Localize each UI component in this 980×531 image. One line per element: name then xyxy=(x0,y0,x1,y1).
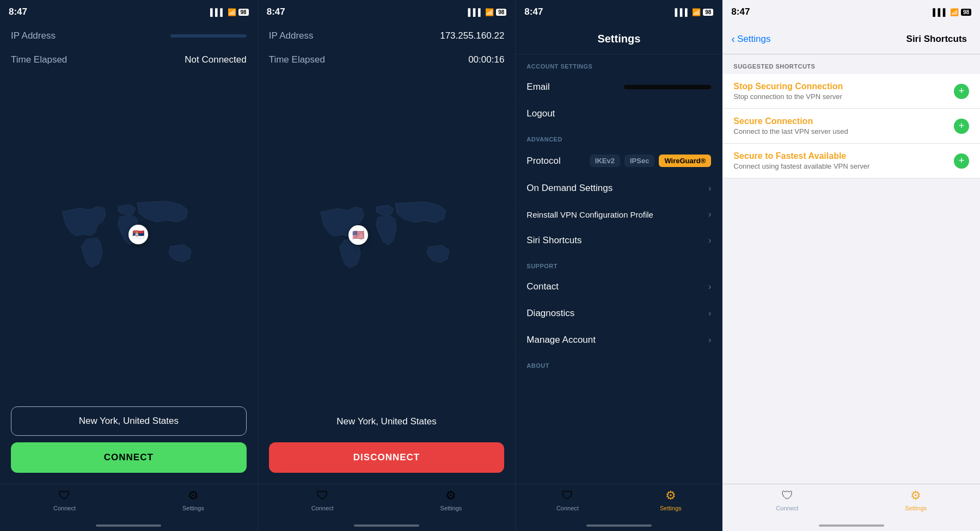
tab-settings-4[interactable]: ⚙ Settings xyxy=(905,489,927,511)
diagnostics-label: Diagnostics xyxy=(526,308,574,319)
map-svg-1 xyxy=(41,190,216,288)
shortcut-add-btn-2[interactable]: + xyxy=(954,119,969,134)
tab-connect-3[interactable]: 🛡 Connect xyxy=(556,489,579,511)
map-area-2: 🇺🇸 xyxy=(258,72,516,407)
tab-connect-2[interactable]: 🛡 Connect xyxy=(311,489,334,511)
status-icons-1: ▌▌▌ 📶 98 xyxy=(210,8,249,16)
location-selector-2[interactable]: New York, United States xyxy=(269,407,505,436)
flag-icon-1: 🇷🇸 xyxy=(132,229,144,240)
ip-row-1: IP Address xyxy=(0,24,258,48)
ip-value-2: 173.255.160.22 xyxy=(440,30,504,41)
siri-shortcuts-row[interactable]: Siri Shortcuts › xyxy=(516,227,722,254)
location-name-2: New York, United States xyxy=(336,416,436,427)
siri-panel: 8:47 ▌▌▌ 📶 98 ‹ Settings Siri Shortcuts … xyxy=(722,0,980,531)
time-label-1: Time Elapsed xyxy=(11,54,67,65)
tab-connect-label-4: Connect xyxy=(776,505,798,511)
tab-connect-label-1: Connect xyxy=(53,505,76,511)
shortcut-row-2[interactable]: Secure Connection Connect to the last VP… xyxy=(722,109,980,144)
on-demand-label: On Demand Settings xyxy=(526,183,612,194)
tab-settings-3[interactable]: ⚙ Settings xyxy=(660,489,682,511)
shield-icon-4: 🛡 xyxy=(781,489,793,503)
protocol-wireguard[interactable]: WireGuard® xyxy=(659,155,711,167)
shortcut-subtitle-1: Stop connection to the VPN server xyxy=(733,92,954,101)
gear-icon-3: ⚙ xyxy=(665,489,676,503)
map-svg-2 xyxy=(299,191,474,289)
settings-panel: 8:47 ▌▌▌ 📶 98 Settings ACCOUNT SETTINGS … xyxy=(516,0,722,531)
shortcut-subtitle-3: Connect using fastest available VPN serv… xyxy=(733,162,954,170)
world-map-2: 🇺🇸 xyxy=(299,191,474,289)
disconnect-button[interactable]: DISCONNECT xyxy=(269,442,505,473)
status-icons-2: ▌▌▌ 📶 98 xyxy=(468,8,507,16)
email-row[interactable]: Email xyxy=(516,74,722,101)
suggested-section-label: SUGGESTED SHORTCUTS xyxy=(722,54,980,74)
tab-connect-4[interactable]: 🛡 Connect xyxy=(776,489,798,511)
status-bar-1: 8:47 ▌▌▌ 📶 98 xyxy=(0,0,258,24)
world-map-1: 🇷🇸 xyxy=(41,190,216,288)
diagnostics-row[interactable]: Diagnostics › xyxy=(516,300,722,327)
wifi-icon-2: 📶 xyxy=(485,8,494,16)
panel-disconnected: 8:47 ▌▌▌ 📶 98 IP Address Time Elapsed No… xyxy=(0,0,258,531)
tab-settings-2[interactable]: ⚙ Settings xyxy=(440,489,462,511)
tab-connect-label-2: Connect xyxy=(311,505,334,511)
status-time-3: 8:47 xyxy=(524,7,543,17)
gear-icon-4: ⚙ xyxy=(910,489,921,503)
shortcut-add-btn-1[interactable]: + xyxy=(954,84,969,99)
ip-row-2: IP Address 173.255.160.22 xyxy=(258,24,516,48)
wifi-icon-3: 📶 xyxy=(692,8,701,16)
shortcut-subtitle-2: Connect to the last VPN server used xyxy=(733,127,954,135)
bottom-controls-2: New York, United States DISCONNECT xyxy=(258,407,516,484)
home-indicator-3 xyxy=(586,524,652,527)
bottom-controls-1: New York, United States CONNECT xyxy=(0,406,258,484)
tab-settings-1[interactable]: ⚙ Settings xyxy=(182,489,204,511)
manage-account-chevron: › xyxy=(708,335,711,345)
gear-icon-2: ⚙ xyxy=(445,489,456,503)
contact-row[interactable]: Contact › xyxy=(516,274,722,300)
shortcut-add-btn-3[interactable]: + xyxy=(954,153,969,169)
reinstall-row[interactable]: Reinstall VPN Configuration Profile › xyxy=(516,202,722,227)
shortcut-row-3[interactable]: Secure to Fastest Available Connect usin… xyxy=(722,144,980,178)
home-indicator-2 xyxy=(354,524,419,527)
account-section-label: ACCOUNT SETTINGS xyxy=(516,54,722,74)
status-bar-2: 8:47 ▌▌▌ 📶 98 xyxy=(258,0,516,24)
protocol-ipsec[interactable]: IPSec xyxy=(624,155,654,167)
shortcut-row-1[interactable]: Stop Securing Connection Stop connection… xyxy=(722,74,980,109)
signal-icon-1: ▌▌▌ xyxy=(210,8,225,16)
ip-bar-1 xyxy=(170,34,247,38)
status-time-1: 8:47 xyxy=(9,7,27,17)
shortcut-content-2: Secure Connection Connect to the last VP… xyxy=(733,116,954,135)
manage-account-label: Manage Account xyxy=(526,335,596,345)
logout-row[interactable]: Logout xyxy=(516,101,722,127)
status-time-4: 8:47 xyxy=(731,7,750,17)
shield-icon-2: 🛡 xyxy=(316,489,328,503)
status-time-2: 8:47 xyxy=(267,7,285,17)
protocol-badges: IKEv2 IPSec WireGuard® xyxy=(590,155,711,167)
battery-3: 98 xyxy=(703,9,713,16)
status-icons-3: ▌▌▌ 📶 98 xyxy=(675,8,714,16)
protocol-row[interactable]: Protocol IKEv2 IPSec WireGuard® xyxy=(516,147,722,175)
status-bar-3: 8:47 ▌▌▌ 📶 98 xyxy=(516,0,722,24)
tab-connect-label-3: Connect xyxy=(556,505,579,511)
tab-bar-3: 🛡 Connect ⚙ Settings xyxy=(516,484,722,522)
about-section-label: ABOUT xyxy=(516,354,722,373)
tab-connect-1[interactable]: 🛡 Connect xyxy=(53,489,76,511)
manage-account-row[interactable]: Manage Account › xyxy=(516,327,722,354)
home-indicator-4 xyxy=(819,524,884,527)
siri-back-button[interactable]: ‹ Settings xyxy=(731,33,770,45)
ip-label-2: IP Address xyxy=(269,30,314,41)
location-pin-1: 🇷🇸 xyxy=(128,225,148,244)
protocol-ikev2[interactable]: IKEv2 xyxy=(590,155,620,167)
status-bar-4: 8:47 ▌▌▌ 📶 98 xyxy=(722,0,980,24)
back-chevron-icon: ‹ xyxy=(731,33,735,45)
connect-button-1[interactable]: CONNECT xyxy=(11,442,247,473)
shortcut-title-1: Stop Securing Connection xyxy=(733,82,954,91)
map-area-1: 🇷🇸 xyxy=(0,72,258,406)
battery-2: 98 xyxy=(496,9,506,16)
email-label: Email xyxy=(526,82,550,92)
status-icons-4: ▌▌▌ 📶 98 xyxy=(933,8,971,16)
on-demand-row[interactable]: On Demand Settings › xyxy=(516,175,722,202)
location-name-1: New York, United States xyxy=(79,416,179,426)
email-bar xyxy=(624,85,711,89)
settings-title-text: Settings xyxy=(597,33,640,45)
location-selector-1[interactable]: New York, United States xyxy=(11,406,247,436)
flag-icon-2: 🇺🇸 xyxy=(352,229,364,241)
